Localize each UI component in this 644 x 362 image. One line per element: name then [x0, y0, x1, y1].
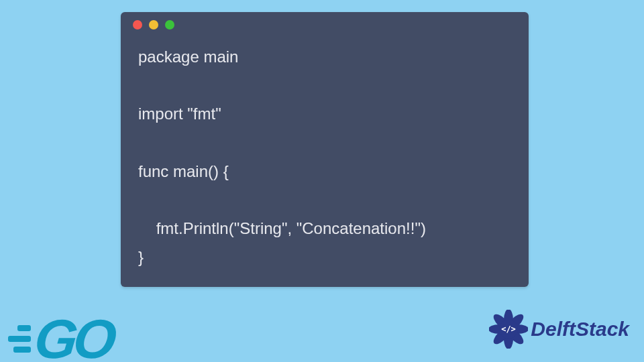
delftstack-logo: </> DelftStack [489, 310, 629, 349]
delftstack-badge-icon: </> [489, 310, 528, 349]
traffic-light-zoom-icon [165, 20, 174, 29]
thumbnail-canvas: package main import "fmt" func main() { … [0, 0, 644, 362]
traffic-light-close-icon [133, 20, 142, 29]
delftstack-logo-text: DelftStack [531, 318, 629, 341]
traffic-light-minimize-icon [149, 20, 158, 29]
code-block: package main import "fmt" func main() { … [121, 38, 529, 287]
code-window: package main import "fmt" func main() { … [121, 12, 529, 287]
go-logo: GO [8, 318, 113, 360]
go-logo-text: GO [33, 318, 115, 360]
window-titlebar [121, 12, 529, 38]
go-speed-lines-icon [8, 325, 31, 353]
svg-text:</>: </> [501, 324, 516, 334]
